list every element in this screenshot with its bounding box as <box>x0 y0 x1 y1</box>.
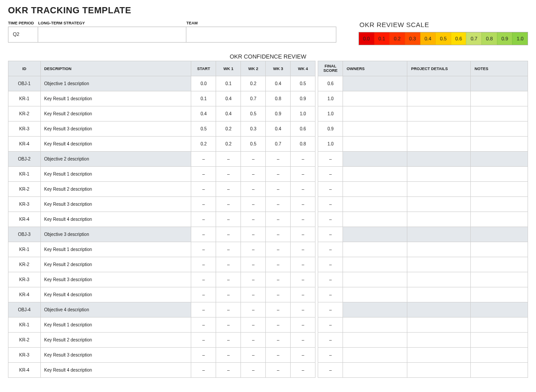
cell-score[interactable]: – <box>216 167 241 182</box>
cell-score[interactable]: – <box>241 333 266 348</box>
cell-owners[interactable] <box>343 318 407 333</box>
cell-notes[interactable] <box>471 182 528 197</box>
cell-id[interactable]: KR-3 <box>8 122 41 137</box>
cell-description[interactable]: Objective 1 description <box>40 76 191 91</box>
cell-score[interactable]: 0.4 <box>216 106 241 122</box>
strategy-input[interactable] <box>38 27 186 43</box>
cell-description[interactable]: Key Result 1 description <box>40 91 191 106</box>
cell-project[interactable] <box>407 348 471 363</box>
cell-owners[interactable] <box>343 363 407 378</box>
cell-score[interactable]: – <box>291 257 315 272</box>
cell-score[interactable]: – <box>291 227 315 242</box>
cell-project[interactable] <box>407 257 471 272</box>
cell-final-score[interactable]: – <box>318 363 343 378</box>
cell-score[interactable]: 1.0 <box>291 106 315 122</box>
cell-notes[interactable] <box>471 152 528 167</box>
cell-score[interactable]: – <box>291 348 315 363</box>
cell-owners[interactable] <box>343 91 407 106</box>
cell-score[interactable]: – <box>241 242 266 257</box>
cell-id[interactable]: OBJ-3 <box>8 227 41 242</box>
cell-score[interactable]: – <box>241 212 266 227</box>
cell-score[interactable]: – <box>216 227 241 242</box>
cell-notes[interactable] <box>471 348 528 363</box>
cell-owners[interactable] <box>343 212 407 227</box>
cell-owners[interactable] <box>343 302 407 318</box>
cell-score[interactable]: 0.7 <box>266 137 291 152</box>
cell-score[interactable]: – <box>291 242 315 257</box>
cell-description[interactable]: Key Result 4 description <box>40 363 191 378</box>
cell-description[interactable]: Key Result 2 description <box>40 182 191 197</box>
cell-description[interactable]: Key Result 2 description <box>40 257 191 272</box>
cell-project[interactable] <box>407 197 471 212</box>
cell-notes[interactable] <box>471 257 528 272</box>
cell-description[interactable]: Key Result 4 description <box>40 137 191 152</box>
cell-final-score[interactable]: 1.0 <box>318 106 343 122</box>
cell-id[interactable]: KR-2 <box>8 106 41 122</box>
cell-owners[interactable] <box>343 197 407 212</box>
cell-notes[interactable] <box>471 197 528 212</box>
cell-score[interactable]: – <box>266 227 291 242</box>
cell-id[interactable]: KR-2 <box>8 257 41 272</box>
cell-owners[interactable] <box>343 167 407 182</box>
cell-description[interactable]: Key Result 3 description <box>40 272 191 287</box>
cell-id[interactable]: KR-3 <box>8 348 41 363</box>
cell-notes[interactable] <box>471 363 528 378</box>
cell-notes[interactable] <box>471 212 528 227</box>
cell-score[interactable]: – <box>241 152 266 167</box>
cell-score[interactable]: 0.5 <box>291 76 315 91</box>
cell-owners[interactable] <box>343 348 407 363</box>
cell-final-score[interactable]: – <box>318 257 343 272</box>
cell-score[interactable]: – <box>216 242 241 257</box>
cell-project[interactable] <box>407 287 471 302</box>
cell-score[interactable]: – <box>241 197 266 212</box>
cell-score[interactable]: – <box>216 257 241 272</box>
cell-project[interactable] <box>407 167 471 182</box>
cell-final-score[interactable]: 1.0 <box>318 137 343 152</box>
cell-score[interactable]: – <box>241 182 266 197</box>
cell-score[interactable]: – <box>216 333 241 348</box>
cell-score[interactable]: 0.8 <box>291 137 315 152</box>
cell-final-score[interactable]: – <box>318 287 343 302</box>
cell-owners[interactable] <box>343 76 407 91</box>
cell-score[interactable]: – <box>191 182 216 197</box>
cell-score[interactable]: – <box>216 287 241 302</box>
cell-description[interactable]: Objective 4 description <box>40 302 191 318</box>
cell-final-score[interactable]: – <box>318 333 343 348</box>
cell-description[interactable]: Key Result 1 description <box>40 167 191 182</box>
cell-project[interactable] <box>407 363 471 378</box>
cell-score[interactable]: 0.3 <box>241 122 266 137</box>
cell-project[interactable] <box>407 333 471 348</box>
cell-score[interactable]: – <box>241 302 266 318</box>
cell-score[interactable]: – <box>241 272 266 287</box>
team-input[interactable] <box>186 27 336 43</box>
cell-id[interactable]: KR-4 <box>8 212 41 227</box>
cell-final-score[interactable]: 0.6 <box>318 76 343 91</box>
cell-project[interactable] <box>407 302 471 318</box>
cell-score[interactable]: – <box>191 302 216 318</box>
cell-final-score[interactable]: – <box>318 302 343 318</box>
cell-score[interactable]: – <box>191 212 216 227</box>
cell-id[interactable]: KR-1 <box>8 91 41 106</box>
cell-id[interactable]: KR-3 <box>8 272 41 287</box>
cell-score[interactable]: – <box>191 257 216 272</box>
cell-score[interactable]: – <box>291 318 315 333</box>
cell-project[interactable] <box>407 212 471 227</box>
cell-description[interactable]: Key Result 2 description <box>40 333 191 348</box>
cell-score[interactable]: – <box>291 302 315 318</box>
cell-notes[interactable] <box>471 227 528 242</box>
cell-score[interactable]: – <box>216 272 241 287</box>
cell-project[interactable] <box>407 106 471 122</box>
cell-score[interactable]: – <box>241 287 266 302</box>
cell-score[interactable]: – <box>216 182 241 197</box>
cell-final-score[interactable]: – <box>318 197 343 212</box>
cell-score[interactable]: – <box>241 227 266 242</box>
cell-score[interactable]: – <box>241 167 266 182</box>
cell-score[interactable]: – <box>291 212 315 227</box>
cell-owners[interactable] <box>343 287 407 302</box>
cell-id[interactable]: KR-4 <box>8 137 41 152</box>
cell-final-score[interactable]: – <box>318 227 343 242</box>
cell-notes[interactable] <box>471 122 528 137</box>
cell-score[interactable]: – <box>216 302 241 318</box>
cell-owners[interactable] <box>343 182 407 197</box>
cell-score[interactable]: 0.1 <box>216 76 241 91</box>
